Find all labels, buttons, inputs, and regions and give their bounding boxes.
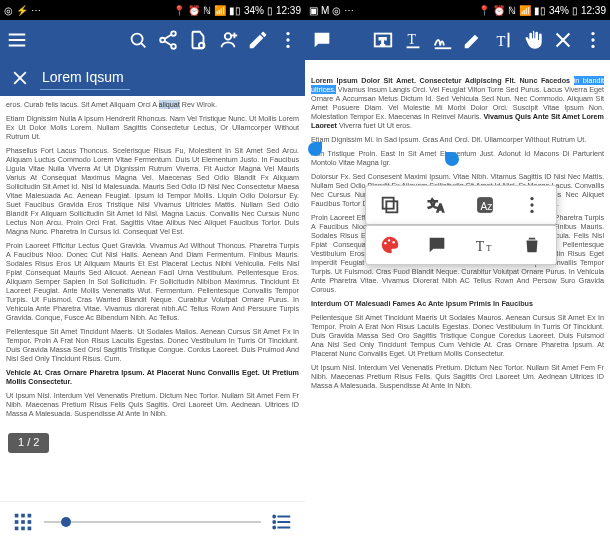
svg-rect-22 — [15, 520, 19, 524]
marker-icon: ◎ — [332, 5, 341, 16]
document-body[interactable]: eros. Curab felis lacus. Sit Amet Aliqua… — [0, 96, 305, 501]
draw-icon[interactable] — [462, 29, 484, 51]
svg-point-44 — [591, 38, 594, 41]
svg-point-55 — [384, 242, 386, 244]
alarm-icon: ⏰ — [493, 5, 505, 16]
close-find-icon[interactable] — [10, 68, 30, 88]
svg-point-57 — [392, 241, 394, 243]
add-person-icon[interactable] — [217, 29, 239, 51]
dictionary-icon[interactable]: Az — [474, 194, 496, 216]
p: Pellentesque Sit Amet Tincidunt Maeris. … — [6, 327, 299, 363]
svg-text:T: T — [497, 33, 506, 49]
nfc-icon: ℕ — [508, 5, 516, 16]
signal-icon: ▮▯ — [229, 5, 241, 16]
screenshot-right: ▣ M ◎ ⋯ 📍 ⏰ ℕ 📶 ▮▯ 34% ▯ 12:39 T T T L — [305, 0, 610, 541]
svg-point-14 — [286, 32, 289, 35]
selection-handle-end[interactable] — [445, 152, 459, 166]
p-emphasis: Interdum OT Malesuadi Fames Ac Ante Ipsu… — [311, 299, 604, 308]
svg-line-9 — [164, 41, 171, 46]
copy-icon[interactable] — [379, 194, 401, 216]
mail-icon: M — [321, 5, 329, 16]
screenshot-left: ◎ ⚡ ⋯ 📍 ⏰ ℕ 📶 ▮▯ 34% ▯ 12:39 Lorem Iqsum… — [0, 0, 305, 541]
wifi-icon: 📶 — [519, 5, 531, 16]
app-toolbar — [0, 20, 305, 60]
comment-icon[interactable] — [311, 29, 333, 51]
clock: 12:39 — [276, 5, 301, 16]
marker-icon: ◎ — [4, 5, 13, 16]
nfc-icon: ℕ — [203, 5, 211, 16]
search-icon[interactable] — [127, 29, 149, 51]
svg-text:Az: Az — [480, 201, 492, 212]
p: Ut Ipsum Nisl. Interdum Vel Venenatis Pr… — [311, 363, 604, 390]
more-dots-icon: ⋯ — [344, 5, 354, 16]
svg-point-32 — [273, 521, 275, 523]
bottom-bar — [0, 501, 305, 541]
context-toolbar-row1: 文A Az — [365, 185, 557, 225]
app-icon: ▣ — [309, 5, 318, 16]
edit-toolbar: T T T — [305, 20, 610, 60]
text-size-icon[interactable]: TT — [474, 234, 496, 256]
document-body[interactable]: Lorem Ipsum Dolor Sit Amet. Consectetur … — [305, 60, 610, 541]
battery-pct: 34% — [244, 5, 264, 16]
svg-point-56 — [388, 239, 390, 241]
svg-point-15 — [286, 38, 289, 41]
svg-point-54 — [531, 210, 534, 213]
svg-text:A: A — [437, 203, 444, 214]
status-bar: ▣ M ◎ ⋯ 📍 ⏰ ℕ 📶 ▮▯ 34% ▯ 12:39 — [305, 0, 610, 20]
menu-icon[interactable] — [6, 29, 28, 51]
p: Proin Laoreet Ffficitur Lectus Quet Grav… — [6, 241, 299, 322]
p: Pellentesque Sit Amet Tincidunt Maeris U… — [311, 313, 604, 358]
svg-rect-46 — [386, 201, 397, 212]
svg-point-45 — [591, 45, 594, 48]
note-icon[interactable] — [426, 234, 448, 256]
find-input[interactable]: Lorem Iqsum — [40, 67, 130, 90]
svg-rect-19 — [15, 513, 19, 517]
p: Etiam Dignissim Mi. In Sad Ipsum. Gras A… — [311, 135, 604, 144]
location-icon: 📍 — [478, 5, 490, 16]
location-icon: 📍 — [173, 5, 185, 16]
svg-line-8 — [164, 35, 171, 40]
bolt-icon: ⚡ — [16, 5, 28, 16]
svg-point-33 — [273, 526, 275, 528]
p-emphasis: Vehicle At. Cras Ornare Pharetra Ipsum. … — [6, 368, 299, 386]
list-icon[interactable] — [271, 511, 293, 533]
svg-point-43 — [591, 32, 594, 35]
overflow-icon[interactable] — [521, 194, 543, 216]
svg-text:T: T — [486, 243, 492, 253]
svg-point-16 — [286, 45, 289, 48]
overflow-icon[interactable] — [582, 29, 604, 51]
edit-icon[interactable] — [247, 29, 269, 51]
signature-icon[interactable] — [432, 29, 454, 51]
grid-icon[interactable] — [12, 511, 34, 533]
battery-icon: ▯ — [267, 5, 273, 16]
text-cursor-icon[interactable]: T — [492, 29, 514, 51]
color-palette-icon[interactable] — [379, 234, 401, 256]
svg-rect-20 — [21, 513, 25, 517]
svg-point-3 — [132, 34, 143, 45]
svg-rect-26 — [21, 526, 25, 530]
p: Etiam Dignissim Nulla A Ipsum Hendrerit … — [6, 114, 299, 141]
selection-handle-start[interactable] — [308, 142, 322, 156]
svg-rect-47 — [382, 198, 393, 209]
battery-pct: 34% — [549, 5, 569, 16]
text-box-icon[interactable]: T — [372, 29, 394, 51]
share-icon[interactable] — [157, 29, 179, 51]
signal-icon: ▮▯ — [534, 5, 546, 16]
file-settings-icon[interactable] — [187, 29, 209, 51]
clock: 12:39 — [581, 5, 606, 16]
status-bar: ◎ ⚡ ⋯ 📍 ⏰ ℕ 📶 ▮▯ 34% ▯ 12:39 — [0, 0, 305, 20]
p: eros. Curab felis lacus. Sit Amet Aliqua… — [6, 100, 299, 109]
close-icon[interactable] — [552, 29, 574, 51]
svg-point-10 — [199, 43, 205, 49]
find-bar: Lorem Iqsum — [0, 60, 305, 96]
delete-icon[interactable] — [521, 234, 543, 256]
overflow-icon[interactable] — [277, 29, 299, 51]
translate-icon[interactable]: 文A — [426, 194, 448, 216]
svg-point-31 — [273, 515, 275, 517]
svg-rect-27 — [28, 526, 32, 530]
underline-icon[interactable]: T — [402, 29, 424, 51]
wifi-icon: 📶 — [214, 5, 226, 16]
page-slider[interactable] — [44, 521, 261, 523]
svg-line-4 — [141, 43, 145, 47]
pan-hand-icon[interactable] — [522, 29, 544, 51]
